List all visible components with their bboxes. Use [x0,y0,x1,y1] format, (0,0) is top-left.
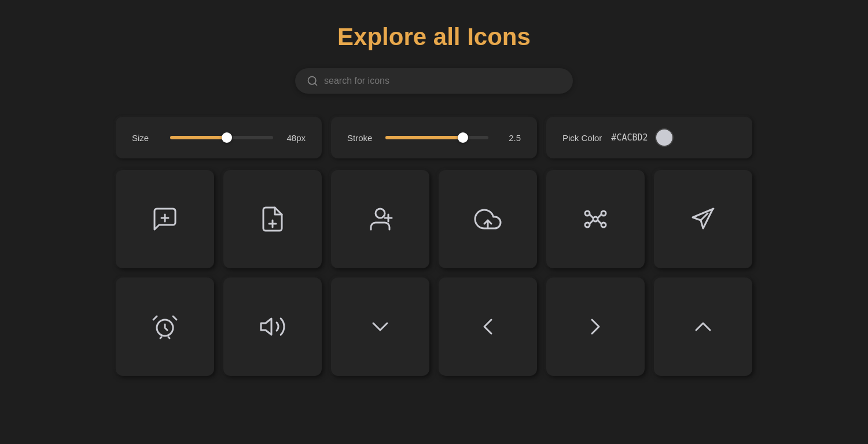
size-label: Size [132,133,161,143]
svg-line-17 [590,220,593,224]
chevron-up-icon-card[interactable] [654,278,752,376]
alarm-clock-icon-card[interactable] [116,278,214,376]
megaphone-icon-card[interactable] [223,278,322,376]
add-document-icon [259,205,286,233]
chevron-right-icon [582,313,609,341]
network-icon [582,205,609,233]
chevron-up-icon [689,313,717,341]
chevron-left-icon [474,313,502,341]
size-slider-fill [170,136,227,139]
airplane-icon [689,205,717,233]
stroke-slider-wrapper[interactable] [385,136,488,139]
network-icon-card[interactable] [546,170,645,268]
stroke-slider-thumb[interactable] [458,132,468,143]
svg-line-16 [598,214,601,218]
svg-marker-25 [261,319,271,335]
chevron-left-icon-card[interactable] [439,278,537,376]
add-user-icon-card[interactable] [331,170,429,268]
controls-row: Size 48px Stroke 2.5 Pick Color #CACBD2 [116,117,752,158]
search-bar [295,68,573,94]
page-title: Explore all Icons [337,23,531,51]
cloud-upload-icon [474,205,502,233]
icons-grid-row1 [116,170,752,268]
stroke-value: 2.5 [498,133,521,143]
add-user-icon [366,205,394,233]
svg-line-1 [315,83,317,86]
size-control-card: Size 48px [116,117,322,158]
search-container [295,68,573,94]
add-document-icon-card[interactable] [223,170,322,268]
icons-grid-row2 [116,278,752,376]
color-label: Pick Color [562,133,602,143]
add-comment-icon [151,205,179,233]
svg-point-6 [376,209,385,218]
alarm-clock-icon [151,313,179,341]
airplane-icon-card[interactable] [654,170,752,268]
svg-line-18 [598,220,601,224]
add-comment-icon-card[interactable] [116,170,214,268]
color-hex-value: #CACBD2 [611,132,648,143]
size-slider-thumb[interactable] [222,132,232,143]
chevron-down-icon-card[interactable] [331,278,429,376]
chevron-right-icon-card[interactable] [546,278,645,376]
stroke-label: Stroke [347,133,376,143]
cloud-upload-icon-card[interactable] [439,170,537,268]
size-value: 48px [282,133,306,143]
svg-line-21 [153,316,157,320]
stroke-slider-fill [385,136,463,139]
search-icon [307,75,318,87]
size-slider-track[interactable] [170,136,273,139]
stroke-slider-track[interactable] [385,136,488,139]
stroke-control-card: Stroke 2.5 [331,117,537,158]
size-slider-wrapper[interactable] [170,136,273,139]
svg-line-23 [160,337,161,338]
svg-line-24 [168,337,170,338]
color-display: #CACBD2 [611,128,673,147]
search-input[interactable] [324,76,561,86]
color-control-card: Pick Color #CACBD2 [546,117,752,158]
svg-line-22 [173,316,176,320]
svg-line-15 [590,214,593,218]
megaphone-icon [259,313,286,341]
chevron-down-icon [366,313,394,341]
color-swatch[interactable] [655,128,674,147]
